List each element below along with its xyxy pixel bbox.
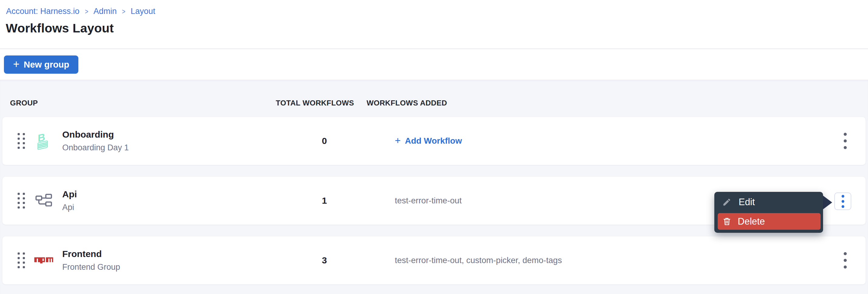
edit-menu-item[interactable]: Edit [714,192,823,213]
row-menu-button-active[interactable] [834,192,851,210]
column-header-workflows-added: WORKFLOWS ADDED [367,99,447,107]
drag-handle-icon[interactable] [18,193,25,209]
total-workflows-count: 0 [292,136,356,146]
context-menu: Edit Delete [714,192,823,233]
npm-logo-icon [35,251,53,269]
column-header-total-workflows: TOTAL WORKFLOWS [276,99,354,107]
page-title: Workflows Layout [6,21,114,35]
edit-menu-label: Edit [739,197,755,208]
row-menu-button[interactable] [836,117,854,165]
api-flow-icon [35,191,53,210]
breadcrumb-layout-link[interactable]: Layout [131,7,155,16]
group-name-block: Frontend Frontend Group [62,249,120,272]
breadcrumb-admin-link[interactable]: Admin [94,7,117,16]
group-row-frontend: Frontend Frontend Group 3 test-error-tim… [2,236,866,284]
drag-handle-icon[interactable] [18,133,25,149]
total-workflows-count: 3 [292,255,356,265]
workflows-added-cell: test-error-time-out [395,196,462,206]
group-name: Onboarding [62,130,129,140]
group-name-block: Api Api [62,189,77,212]
group-name-block: Onboarding Onboarding Day 1 [62,130,129,152]
trash-icon [722,217,732,226]
workflows-added-cell: test-error-time-out, custom-picker, demo… [395,256,562,265]
group-name: Frontend [62,249,120,259]
workflows-layout-page: Account: Harness.io > Admin > Layout Wor… [0,0,868,294]
workflows-list: test-error-time-out, custom-picker, demo… [395,256,562,265]
group-description: Api [62,203,77,212]
breadcrumb-account-link[interactable]: Account: Harness.io [6,7,80,16]
column-header-group: GROUP [10,99,38,107]
delete-menu-label: Delete [738,216,765,227]
drag-handle-icon[interactable] [18,253,25,268]
plus-icon: + [395,135,401,146]
add-workflow-button[interactable]: + Add Workflow [395,136,462,146]
group-description: Onboarding Day 1 [62,143,129,152]
workflows-added-cell: + Add Workflow [395,136,462,146]
delete-menu-item[interactable]: Delete [718,213,820,230]
row-menu-button[interactable] [836,236,854,284]
new-group-button[interactable]: + New group [4,56,79,74]
pencil-icon [722,197,732,207]
chevron-right-icon: > [122,7,125,16]
header-divider [0,48,868,49]
group-name: Api [62,189,77,199]
total-workflows-count: 1 [292,195,356,206]
stack-logo-icon: B [35,132,53,150]
group-description: Frontend Group [62,262,120,272]
breadcrumb: Account: Harness.io > Admin > Layout [6,7,155,16]
chevron-right-icon: > [85,7,88,16]
new-group-label: New group [24,60,69,70]
group-row-onboarding: B Onboarding Onboarding Day 1 0 [2,117,866,165]
groups-list-section: GROUP TOTAL WORKFLOWS WORKFLOWS ADDED B [0,80,868,294]
workflows-list: test-error-time-out [395,196,462,205]
add-workflow-label: Add Workflow [405,136,462,146]
